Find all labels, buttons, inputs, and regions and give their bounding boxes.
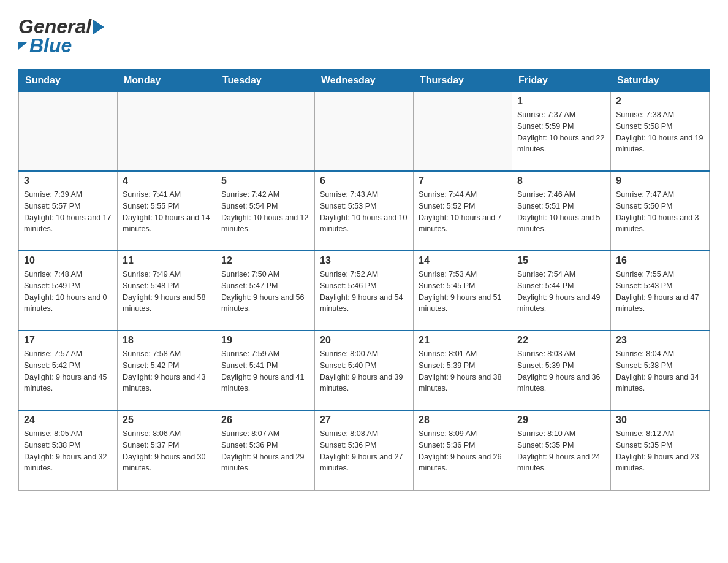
- day-info: Sunrise: 7:55 AMSunset: 5:43 PMDaylight:…: [616, 269, 704, 315]
- calendar-cell: 10Sunrise: 7:48 AMSunset: 5:49 PMDayligh…: [19, 251, 118, 331]
- day-info: Sunrise: 7:47 AMSunset: 5:50 PMDaylight:…: [616, 189, 704, 235]
- day-number: 30: [616, 415, 704, 426]
- calendar-cell: 8Sunrise: 7:46 AMSunset: 5:51 PMDaylight…: [512, 171, 611, 251]
- day-number: 16: [616, 255, 704, 266]
- day-number: 9: [616, 175, 704, 186]
- day-number: 21: [419, 335, 507, 346]
- day-info: Sunrise: 7:43 AMSunset: 5:53 PMDaylight:…: [320, 189, 408, 235]
- day-info: Sunrise: 7:58 AMSunset: 5:42 PMDaylight:…: [123, 348, 211, 394]
- calendar-cell: 4Sunrise: 7:41 AMSunset: 5:55 PMDaylight…: [118, 171, 216, 251]
- day-number: 2: [616, 96, 704, 107]
- calendar-cell: 29Sunrise: 8:10 AMSunset: 5:35 PMDayligh…: [512, 410, 611, 490]
- day-number: 27: [320, 415, 408, 426]
- day-info: Sunrise: 8:07 AMSunset: 5:36 PMDaylight:…: [221, 428, 309, 474]
- day-number: 23: [616, 335, 704, 346]
- day-number: 17: [24, 335, 112, 346]
- calendar-cell: [315, 91, 414, 171]
- calendar-cell: 11Sunrise: 7:49 AMSunset: 5:48 PMDayligh…: [118, 251, 216, 331]
- calendar-cell: 22Sunrise: 8:03 AMSunset: 5:39 PMDayligh…: [512, 331, 611, 410]
- page-header: General Blue: [18, 12, 710, 57]
- calendar-cell: 27Sunrise: 8:08 AMSunset: 5:36 PMDayligh…: [315, 410, 414, 490]
- day-info: Sunrise: 8:12 AMSunset: 5:35 PMDaylight:…: [616, 428, 704, 474]
- calendar-cell: 17Sunrise: 7:57 AMSunset: 5:42 PMDayligh…: [19, 331, 118, 410]
- calendar-cell: 3Sunrise: 7:39 AMSunset: 5:57 PMDaylight…: [19, 171, 118, 251]
- weekday-header-tuesday: Tuesday: [216, 70, 315, 92]
- day-number: 29: [517, 415, 605, 426]
- day-info: Sunrise: 7:48 AMSunset: 5:49 PMDaylight:…: [24, 269, 112, 315]
- calendar-cell: 21Sunrise: 8:01 AMSunset: 5:39 PMDayligh…: [414, 331, 512, 410]
- calendar-cell: 30Sunrise: 8:12 AMSunset: 5:35 PMDayligh…: [611, 410, 710, 490]
- calendar-cell: 9Sunrise: 7:47 AMSunset: 5:50 PMDaylight…: [611, 171, 710, 251]
- day-info: Sunrise: 8:09 AMSunset: 5:36 PMDaylight:…: [419, 428, 507, 474]
- calendar-cell: [19, 91, 118, 171]
- calendar-week-row: 24Sunrise: 8:05 AMSunset: 5:38 PMDayligh…: [19, 410, 710, 490]
- day-info: Sunrise: 7:39 AMSunset: 5:57 PMDaylight:…: [24, 189, 112, 235]
- day-info: Sunrise: 7:41 AMSunset: 5:55 PMDaylight:…: [123, 189, 211, 235]
- calendar-cell: 7Sunrise: 7:44 AMSunset: 5:52 PMDaylight…: [414, 171, 512, 251]
- calendar-cell: 28Sunrise: 8:09 AMSunset: 5:36 PMDayligh…: [414, 410, 512, 490]
- day-number: 10: [24, 255, 112, 266]
- day-number: 6: [320, 175, 408, 186]
- weekday-header-wednesday: Wednesday: [315, 70, 414, 92]
- weekday-header-saturday: Saturday: [611, 70, 710, 92]
- weekday-header-thursday: Thursday: [414, 70, 512, 92]
- day-info: Sunrise: 7:42 AMSunset: 5:54 PMDaylight:…: [221, 189, 309, 235]
- calendar-cell: 12Sunrise: 7:50 AMSunset: 5:47 PMDayligh…: [216, 251, 315, 331]
- calendar-cell: 20Sunrise: 8:00 AMSunset: 5:40 PMDayligh…: [315, 331, 414, 410]
- calendar-week-row: 10Sunrise: 7:48 AMSunset: 5:49 PMDayligh…: [19, 251, 710, 331]
- calendar-week-row: 17Sunrise: 7:57 AMSunset: 5:42 PMDayligh…: [19, 331, 710, 410]
- day-number: 1: [517, 96, 605, 107]
- calendar-cell: 15Sunrise: 7:54 AMSunset: 5:44 PMDayligh…: [512, 251, 611, 331]
- calendar-cell: 23Sunrise: 8:04 AMSunset: 5:38 PMDayligh…: [611, 331, 710, 410]
- day-number: 25: [123, 415, 211, 426]
- day-number: 20: [320, 335, 408, 346]
- weekday-header-monday: Monday: [118, 70, 216, 92]
- day-info: Sunrise: 7:52 AMSunset: 5:46 PMDaylight:…: [320, 269, 408, 315]
- logo: General Blue: [18, 12, 104, 57]
- day-info: Sunrise: 7:44 AMSunset: 5:52 PMDaylight:…: [419, 189, 507, 235]
- calendar-cell: 19Sunrise: 7:59 AMSunset: 5:41 PMDayligh…: [216, 331, 315, 410]
- calendar-cell: 2Sunrise: 7:38 AMSunset: 5:58 PMDaylight…: [611, 91, 710, 171]
- calendar-cell: [216, 91, 315, 171]
- calendar-week-row: 3Sunrise: 7:39 AMSunset: 5:57 PMDaylight…: [19, 171, 710, 251]
- day-info: Sunrise: 8:10 AMSunset: 5:35 PMDaylight:…: [517, 428, 605, 474]
- calendar-cell: 1Sunrise: 7:37 AMSunset: 5:59 PMDaylight…: [512, 91, 611, 171]
- day-number: 5: [221, 175, 309, 186]
- day-info: Sunrise: 8:04 AMSunset: 5:38 PMDaylight:…: [616, 348, 704, 394]
- day-number: 22: [517, 335, 605, 346]
- day-number: 28: [419, 415, 507, 426]
- calendar-week-row: 1Sunrise: 7:37 AMSunset: 5:59 PMDaylight…: [19, 91, 710, 171]
- day-number: 7: [419, 175, 507, 186]
- day-info: Sunrise: 8:06 AMSunset: 5:37 PMDaylight:…: [123, 428, 211, 474]
- day-info: Sunrise: 7:38 AMSunset: 5:58 PMDaylight:…: [616, 109, 704, 155]
- calendar-cell: [118, 91, 216, 171]
- day-info: Sunrise: 8:01 AMSunset: 5:39 PMDaylight:…: [419, 348, 507, 394]
- day-number: 3: [24, 175, 112, 186]
- calendar-cell: 16Sunrise: 7:55 AMSunset: 5:43 PMDayligh…: [611, 251, 710, 331]
- day-info: Sunrise: 7:57 AMSunset: 5:42 PMDaylight:…: [24, 348, 112, 394]
- day-number: 4: [123, 175, 211, 186]
- day-info: Sunrise: 7:53 AMSunset: 5:45 PMDaylight:…: [419, 269, 507, 315]
- day-number: 15: [517, 255, 605, 266]
- weekday-header-sunday: Sunday: [19, 70, 118, 92]
- day-info: Sunrise: 7:46 AMSunset: 5:51 PMDaylight:…: [517, 189, 605, 235]
- calendar-cell: 26Sunrise: 8:07 AMSunset: 5:36 PMDayligh…: [216, 410, 315, 490]
- day-info: Sunrise: 8:00 AMSunset: 5:40 PMDaylight:…: [320, 348, 408, 394]
- day-number: 11: [123, 255, 211, 266]
- day-number: 8: [517, 175, 605, 186]
- calendar-cell: 18Sunrise: 7:58 AMSunset: 5:42 PMDayligh…: [118, 331, 216, 410]
- calendar-cell: 25Sunrise: 8:06 AMSunset: 5:37 PMDayligh…: [118, 410, 216, 490]
- calendar-cell: 24Sunrise: 8:05 AMSunset: 5:38 PMDayligh…: [19, 410, 118, 490]
- calendar-cell: 14Sunrise: 7:53 AMSunset: 5:45 PMDayligh…: [414, 251, 512, 331]
- calendar-cell: 13Sunrise: 7:52 AMSunset: 5:46 PMDayligh…: [315, 251, 414, 331]
- day-info: Sunrise: 8:03 AMSunset: 5:39 PMDaylight:…: [517, 348, 605, 394]
- day-number: 12: [221, 255, 309, 266]
- calendar-cell: [414, 91, 512, 171]
- calendar-table: SundayMondayTuesdayWednesdayThursdayFrid…: [18, 69, 710, 491]
- day-number: 19: [221, 335, 309, 346]
- day-info: Sunrise: 7:59 AMSunset: 5:41 PMDaylight:…: [221, 348, 309, 394]
- day-info: Sunrise: 7:37 AMSunset: 5:59 PMDaylight:…: [517, 109, 605, 155]
- day-info: Sunrise: 7:50 AMSunset: 5:47 PMDaylight:…: [221, 269, 309, 315]
- day-info: Sunrise: 8:08 AMSunset: 5:36 PMDaylight:…: [320, 428, 408, 474]
- weekday-header-row: SundayMondayTuesdayWednesdayThursdayFrid…: [19, 70, 710, 92]
